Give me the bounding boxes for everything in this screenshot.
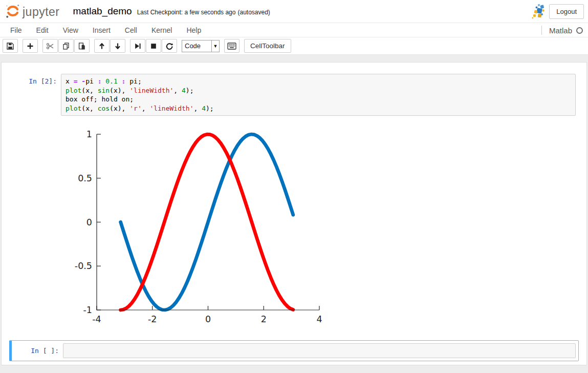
svg-text:4: 4 — [316, 314, 322, 324]
floppy-save-icon — [6, 42, 14, 50]
menu-view[interactable]: View — [56, 24, 85, 36]
output-area: -4-2024-1-0.500.51 — [72, 124, 579, 331]
step-forward-run-icon — [134, 42, 142, 50]
jupyter-logo-icon — [5, 4, 20, 19]
menu-bar: File Edit View Insert Cell Kernel Help M… — [0, 23, 588, 37]
empty-code-cell-selected[interactable]: In [ ]: — [9, 340, 579, 361]
autosave-status: (autosaved) — [237, 9, 270, 16]
svg-text:-4: -4 — [92, 314, 101, 324]
empty-input-prompt: In [ ]: — [14, 343, 63, 358]
menu-cell[interactable]: Cell — [118, 24, 144, 36]
scissors-cut-icon — [46, 42, 54, 50]
insert-cell-below-button[interactable] — [23, 39, 38, 53]
svg-text:-2: -2 — [148, 314, 157, 324]
code-cell[interactable]: In [2]: x = -pi : 0.1 : pi;plot(x, sin(x… — [9, 71, 579, 119]
cell-type-value: Code — [182, 42, 211, 50]
kernel-name: Matlab — [549, 26, 572, 35]
jupyter-wordmark: jupyter — [23, 5, 60, 19]
svg-text:0: 0 — [205, 314, 211, 324]
paste-icon — [78, 42, 86, 50]
notebook-header: jupyter matlab_demo Last Checkpoint: a f… — [0, 0, 588, 23]
celltoolbar-button[interactable]: CellToolbar — [244, 39, 291, 53]
menu-edit[interactable]: Edit — [29, 24, 56, 36]
svg-text:0: 0 — [86, 217, 92, 227]
jupyter-logo[interactable]: jupyter — [5, 4, 60, 19]
command-palette-button[interactable] — [224, 39, 239, 53]
arrow-up-icon — [98, 42, 106, 50]
empty-code-editor[interactable] — [63, 343, 576, 358]
code-editor[interactable]: x = -pi : 0.1 : pi;plot(x, sin(x), 'line… — [61, 74, 576, 116]
menu-kernel[interactable]: Kernel — [144, 24, 179, 36]
notebook-container: In [2]: x = -pi : 0.1 : pi;plot(x, sin(x… — [1, 62, 587, 365]
kernel-divider — [541, 26, 542, 35]
restart-kernel-button[interactable] — [162, 39, 177, 53]
kernel-idle-indicator-icon — [576, 27, 583, 34]
restart-refresh-icon — [165, 42, 173, 50]
svg-text:1: 1 — [86, 129, 92, 139]
arrow-down-icon — [114, 42, 122, 50]
plus-icon — [26, 42, 34, 50]
input-prompt: In [2]: — [12, 74, 61, 116]
move-cell-up-button[interactable] — [94, 39, 110, 53]
notebook-title[interactable]: matlab_demo — [73, 6, 132, 17]
move-cell-down-button[interactable] — [110, 39, 125, 53]
menu-file[interactable]: File — [3, 24, 29, 36]
paste-cells-button[interactable] — [74, 39, 90, 53]
menu-insert[interactable]: Insert — [85, 24, 118, 36]
svg-text:0.5: 0.5 — [78, 173, 92, 183]
keyboard-icon — [227, 43, 236, 50]
matlab-figure: -4-2024-1-0.500.51 — [72, 124, 328, 329]
stop-icon — [149, 42, 158, 50]
cut-cells-button[interactable] — [42, 39, 58, 53]
interrupt-kernel-button[interactable] — [146, 39, 161, 53]
copy-icon — [62, 42, 70, 50]
run-cell-button[interactable] — [130, 39, 145, 53]
notebook-site: In [2]: x = -pi : 0.1 : pi;plot(x, sin(x… — [0, 55, 588, 373]
svg-text:-0.5: -0.5 — [75, 261, 92, 271]
notebook-toolbar: Code ▼ CellToolbar — [0, 37, 588, 55]
save-button[interactable] — [3, 39, 18, 53]
checkpoint-status: Last Checkpoint: a few seconds ago — [137, 9, 236, 16]
copy-cells-button[interactable] — [58, 39, 74, 53]
dropdown-arrow-icon: ▼ — [211, 40, 219, 52]
logout-button[interactable]: Logout — [549, 4, 584, 19]
menu-help[interactable]: Help — [179, 24, 208, 36]
nbextensions-puzzle-icon[interactable] — [532, 4, 546, 19]
svg-text:-1: -1 — [83, 305, 92, 315]
cell-type-dropdown[interactable]: Code ▼ — [182, 40, 220, 52]
svg-text:2: 2 — [261, 314, 267, 324]
